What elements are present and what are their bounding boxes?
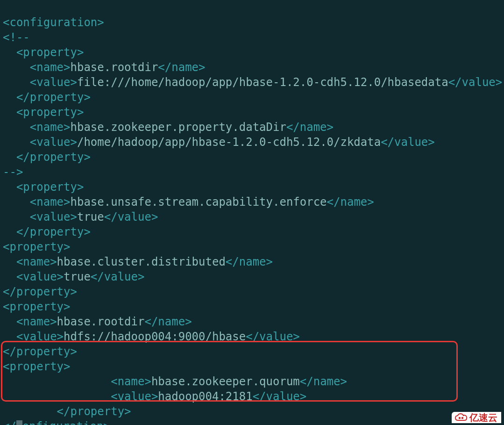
- value-open: <value>: [3, 210, 77, 223]
- value-value: hdfs://hadoop004:9000/hbase: [64, 330, 246, 343]
- name-value: hbase.cluster.distributed: [57, 255, 226, 268]
- comment-open: <!--: [3, 31, 30, 44]
- value-open: <value>: [3, 330, 64, 343]
- value-open: <value>: [3, 136, 77, 149]
- value-close: </value>: [381, 136, 435, 149]
- name-value: hbase.rootdir: [57, 315, 145, 328]
- svg-point-0: [459, 417, 461, 419]
- value-open: <value>: [3, 270, 64, 283]
- property-open: <property>: [3, 300, 71, 313]
- text-cursor: [16, 420, 22, 425]
- value-value: file:///home/hadoop/app/hbase-1.2.0-cdh5…: [77, 76, 448, 89]
- property-close: </property>: [3, 225, 91, 238]
- property-open: <property>: [3, 360, 71, 373]
- name-close: </name>: [158, 61, 205, 74]
- value-close: </value>: [91, 270, 145, 283]
- property-close: </property>: [3, 405, 131, 418]
- property-open: <property>: [3, 180, 84, 194]
- name-open: <name>: [3, 121, 71, 134]
- svg-point-1: [461, 417, 463, 419]
- configuration-close-prefix: </: [3, 420, 16, 425]
- value-value: true: [77, 210, 104, 223]
- value-close: </value>: [246, 330, 300, 343]
- property-close: </property>: [3, 91, 91, 104]
- value-value: hadoop004:2181: [158, 390, 252, 403]
- name-open: <name>: [3, 315, 57, 328]
- value-open: <value>: [3, 76, 77, 89]
- watermark-text: 亿速云: [469, 413, 497, 422]
- name-close: </name>: [226, 255, 273, 268]
- comment-close: -->: [3, 166, 23, 179]
- name-open: <name>: [3, 255, 57, 268]
- name-open: <name>: [3, 61, 71, 74]
- property-close: </property>: [3, 151, 91, 164]
- configuration-open-tag: <configuration>: [3, 16, 104, 29]
- property-open: <property>: [3, 240, 71, 253]
- value-value: true: [64, 270, 91, 283]
- value-close: </value>: [104, 210, 158, 223]
- name-close: </name>: [300, 375, 347, 388]
- name-close: </name>: [286, 121, 334, 134]
- property-close: </property>: [3, 285, 77, 298]
- configuration-close-suffix: onfiguration>: [22, 420, 110, 425]
- name-value: hbase.unsafe.stream.capability.enforce: [71, 195, 327, 209]
- value-open: <value>: [3, 390, 158, 403]
- cloud-icon: [454, 413, 468, 422]
- property-close: </property>: [3, 345, 77, 358]
- value-close: </value>: [448, 76, 503, 89]
- name-close: </name>: [327, 195, 374, 209]
- name-open: <name>: [3, 375, 151, 388]
- property-open: <property>: [3, 106, 84, 119]
- name-open: <name>: [3, 195, 71, 209]
- watermark-badge: 亿速云: [452, 412, 501, 423]
- value-close: </value>: [253, 390, 307, 403]
- name-value: hbase.zookeeper.quorum: [151, 375, 300, 388]
- name-close: </name>: [144, 315, 192, 328]
- name-value: hbase.zookeeper.property.dataDir: [71, 121, 286, 134]
- value-value: /home/hadoop/app/hbase-1.2.0-cdh5.12.0/z…: [77, 136, 381, 149]
- code-block: <configuration> <!-- <property> <name>hb…: [0, 0, 504, 425]
- name-value: hbase.rootdir: [71, 61, 158, 74]
- property-open: <property>: [3, 46, 84, 59]
